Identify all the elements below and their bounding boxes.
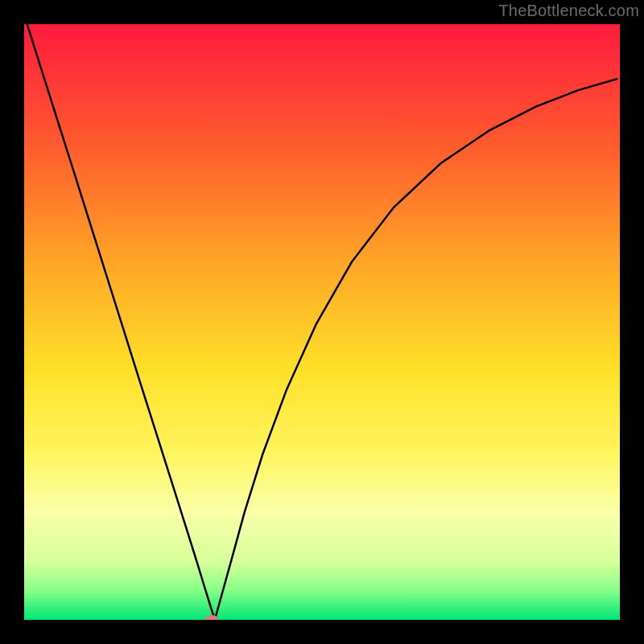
chart-frame: TheBottleneck.com	[0, 0, 644, 644]
plot-background	[24, 24, 620, 620]
chart-plot	[24, 24, 620, 620]
watermark-text: TheBottleneck.com	[498, 2, 639, 20]
